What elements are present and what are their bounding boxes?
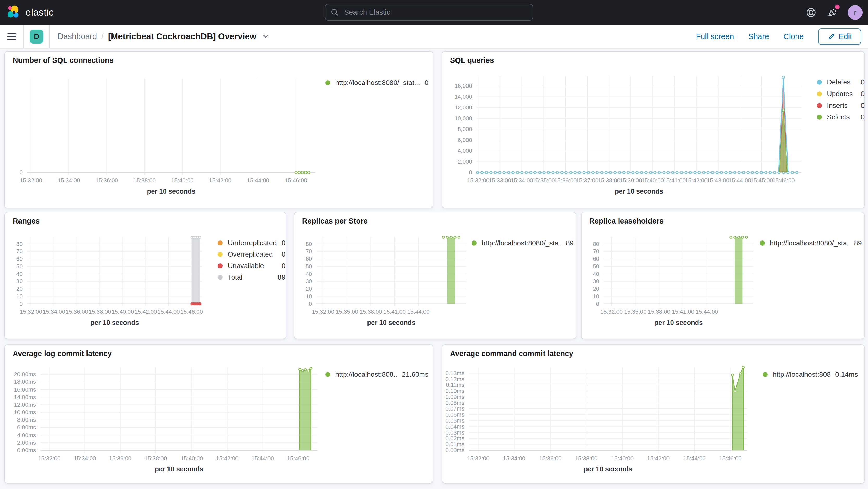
legend-item[interactable]: Total89 bbox=[218, 272, 285, 283]
newsfeed-icon[interactable] bbox=[826, 6, 839, 19]
panel-title[interactable]: Average log commit latency bbox=[13, 349, 112, 358]
space-badge[interactable]: D bbox=[30, 30, 43, 43]
svg-text:15:38:00: 15:38:00 bbox=[133, 177, 156, 184]
legend-swatch-icon bbox=[817, 103, 822, 108]
legend-item[interactable]: Overreplicated0 bbox=[218, 249, 285, 260]
legend-swatch-icon bbox=[218, 264, 223, 268]
chart-canvas-sql-queries[interactable]: 16,00014,00012,00010,0008,0006,0004,0002… bbox=[442, 52, 864, 208]
legend-item[interactable]: http://localhost:8080/_sta...89 bbox=[472, 237, 574, 249]
svg-text:15:38:00: 15:38:00 bbox=[360, 308, 382, 315]
legend-item[interactable]: Underreplicated0 bbox=[218, 237, 285, 249]
legend-swatch-icon bbox=[218, 275, 223, 280]
elastic-logo[interactable]: elastic bbox=[0, 5, 54, 20]
svg-text:15:44:00: 15:44:00 bbox=[407, 308, 429, 315]
legend-item[interactable]: Updates0 bbox=[817, 88, 865, 100]
chart-canvas-avg-command-commit-latency[interactable]: 0.13ms0.12ms0.11ms0.10ms0.09ms0.08ms0.07… bbox=[442, 345, 864, 483]
breadcrumb-separator: / bbox=[101, 32, 104, 41]
chart-legend: http://localhost:808...21.60ms bbox=[325, 369, 428, 380]
svg-text:0: 0 bbox=[20, 169, 23, 176]
global-header: elastic bbox=[0, 0, 868, 25]
svg-text:0.10ms: 0.10ms bbox=[445, 388, 465, 394]
svg-text:15:36:00: 15:36:00 bbox=[66, 308, 88, 315]
svg-text:14.00ms: 14.00ms bbox=[14, 394, 36, 400]
help-icon[interactable] bbox=[805, 6, 817, 19]
svg-text:15:33:00: 15:33:00 bbox=[489, 177, 511, 184]
global-search[interactable] bbox=[325, 4, 533, 21]
svg-text:6.00ms: 6.00ms bbox=[17, 424, 36, 431]
svg-text:0.05ms: 0.05ms bbox=[445, 417, 465, 424]
legend-item[interactable]: http://localhost:8080/_sta...89 bbox=[760, 237, 862, 249]
chart-legend: Deletes0Updates0Inserts0Selects0 bbox=[817, 77, 865, 123]
header-actions: r bbox=[805, 0, 862, 25]
legend-item[interactable]: http://localhost:808...21.60ms bbox=[325, 369, 428, 380]
svg-text:60: 60 bbox=[306, 255, 312, 262]
svg-text:15:42:00: 15:42:00 bbox=[216, 455, 238, 461]
user-avatar[interactable]: r bbox=[848, 5, 862, 20]
svg-text:10: 10 bbox=[16, 293, 23, 300]
svg-text:15:38:00: 15:38:00 bbox=[575, 455, 597, 461]
legend-label: Overreplicated bbox=[228, 250, 273, 258]
svg-text:per 10 seconds: per 10 seconds bbox=[615, 188, 663, 195]
panel-title[interactable]: SQL queries bbox=[450, 56, 494, 65]
chevron-down-icon[interactable] bbox=[262, 33, 269, 42]
legend-item[interactable]: Unavailable0 bbox=[218, 260, 285, 272]
svg-text:per 10 seconds: per 10 seconds bbox=[155, 465, 203, 472]
svg-text:per 10 seconds: per 10 seconds bbox=[90, 319, 139, 326]
svg-text:0.11ms: 0.11ms bbox=[446, 382, 464, 388]
svg-text:15:35:00: 15:35:00 bbox=[533, 177, 555, 184]
panel-sql-queries: SQL queries16,00014,00012,00010,0008,000… bbox=[442, 51, 865, 208]
legend-value: 89 bbox=[850, 239, 862, 247]
svg-text:6,000: 6,000 bbox=[458, 137, 472, 143]
svg-text:15:41:00: 15:41:00 bbox=[663, 177, 686, 184]
search-input[interactable] bbox=[343, 7, 527, 17]
svg-text:15:42:00: 15:42:00 bbox=[134, 308, 157, 315]
svg-text:40: 40 bbox=[16, 271, 23, 277]
chart-canvas-replica-leaseholders[interactable]: 8070605040302010015:32:0015:35:0015:38:0… bbox=[582, 212, 864, 339]
legend-swatch-icon bbox=[218, 252, 223, 257]
legend-value: 0 bbox=[856, 101, 865, 110]
panel-title[interactable]: Number of SQL connections bbox=[13, 56, 114, 65]
panel-sql-connections: Number of SQL connections015:32:0015:34:… bbox=[4, 51, 433, 208]
svg-text:15:44:00: 15:44:00 bbox=[729, 177, 751, 184]
full-screen-button[interactable]: Full screen bbox=[696, 32, 734, 41]
svg-text:15:38:00: 15:38:00 bbox=[145, 455, 167, 461]
svg-text:15:40:00: 15:40:00 bbox=[181, 455, 203, 461]
svg-text:15:42:00: 15:42:00 bbox=[647, 455, 670, 461]
breadcrumb-dashboard[interactable]: Dashboard bbox=[58, 32, 97, 41]
legend-item[interactable]: Inserts0 bbox=[817, 100, 865, 112]
menu-icon[interactable] bbox=[0, 25, 24, 48]
legend-item[interactable]: Deletes0 bbox=[817, 77, 865, 88]
panel-title[interactable]: Average command commit latency bbox=[450, 349, 573, 358]
panel-avg-log-commit-latency: Average log commit latency20.00ms18.00ms… bbox=[4, 344, 433, 484]
chart-legend: http://localhost:8080/_stat...0 bbox=[325, 77, 428, 89]
legend-item[interactable]: http://localhost:8080/_stat...0 bbox=[325, 77, 428, 89]
chart-canvas-sql-connections[interactable]: 015:32:0015:34:0015:36:0015:38:0015:40:0… bbox=[5, 52, 433, 208]
elastic-logo-icon bbox=[7, 5, 21, 20]
svg-text:0: 0 bbox=[309, 301, 312, 307]
svg-text:0.01ms: 0.01ms bbox=[445, 441, 465, 448]
chart-canvas-replicas-per-store[interactable]: 8070605040302010015:32:0015:35:0015:38:0… bbox=[294, 212, 576, 339]
legend-value: 0 bbox=[277, 262, 285, 270]
space-selector[interactable]: D bbox=[24, 25, 50, 48]
svg-text:15:34:00: 15:34:00 bbox=[58, 177, 80, 184]
chart-legend: http://localhost:8080/_sta...89 bbox=[760, 237, 862, 249]
svg-text:0.00ms: 0.00ms bbox=[17, 447, 36, 453]
pencil-icon bbox=[828, 33, 835, 40]
svg-text:10: 10 bbox=[306, 293, 312, 300]
panel-title[interactable]: Replicas per Store bbox=[302, 217, 368, 225]
panel-title[interactable]: Ranges bbox=[13, 217, 40, 225]
share-button[interactable]: Share bbox=[748, 32, 769, 41]
clone-button[interactable]: Clone bbox=[783, 32, 804, 41]
legend-item[interactable]: http://localhost:8080...0.14ms bbox=[763, 369, 858, 380]
edit-button[interactable]: Edit bbox=[818, 28, 861, 45]
svg-text:0.04ms: 0.04ms bbox=[445, 423, 465, 430]
svg-text:15:41:00: 15:41:00 bbox=[672, 308, 694, 315]
svg-text:15:35:00: 15:35:00 bbox=[624, 308, 646, 315]
panel-title[interactable]: Replica leaseholders bbox=[589, 217, 663, 225]
legend-value: 0.14ms bbox=[831, 370, 858, 378]
svg-text:30: 30 bbox=[593, 278, 599, 284]
legend-item[interactable]: Selects0 bbox=[817, 111, 865, 123]
chart-legend: http://localhost:8080/_sta...89 bbox=[472, 237, 574, 249]
svg-text:15:32:00: 15:32:00 bbox=[600, 308, 622, 315]
chart-canvas-avg-log-commit-latency[interactable]: 20.00ms18.00ms16.00ms14.00ms12.00ms10.00… bbox=[5, 345, 433, 483]
